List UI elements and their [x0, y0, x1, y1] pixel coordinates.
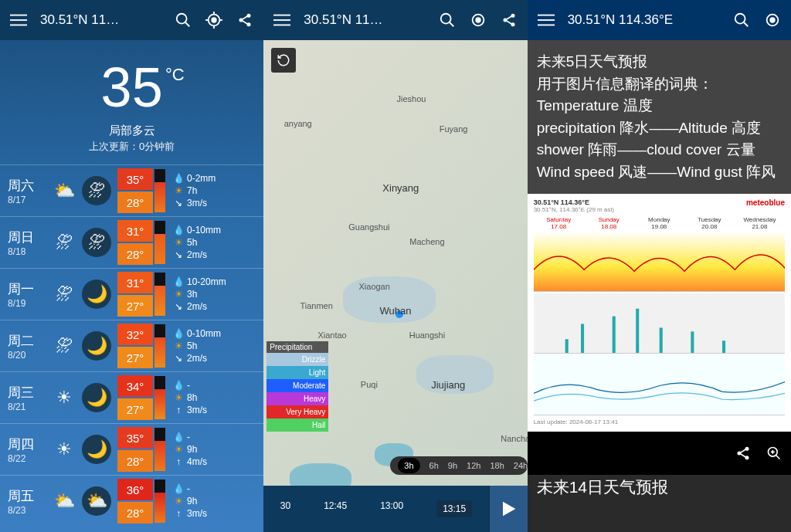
location-title[interactable]: 30.51°N 11…	[304, 12, 425, 28]
refresh-button[interactable]	[271, 48, 296, 73]
svg-point-19	[440, 14, 450, 24]
share-icon[interactable]	[735, 446, 751, 461]
city-label: Wuhan	[380, 305, 412, 317]
time-tick[interactable]: 13:00	[380, 500, 403, 517]
city-label: Macheng	[409, 237, 444, 246]
share-icon[interactable]	[236, 11, 254, 29]
range-option[interactable]: 12h	[467, 461, 480, 470]
legend-item: Light	[266, 366, 328, 379]
search-icon[interactable]	[732, 11, 751, 29]
forecast-row[interactable]: 周日 8/18 ⛈ ⛈ 31° 28° 💧0-10mm ☀5h ↘2m/s	[0, 216, 263, 268]
time-tick[interactable]: 12:45	[324, 500, 347, 517]
menu-icon[interactable]	[273, 11, 291, 29]
svg-point-5	[212, 18, 217, 22]
forecast-row[interactable]: 周五 8/23 ⛅ ⛅ 36° 28° 💧- ☀9h ↑3m/s	[0, 475, 263, 527]
radar-map-screen: 30.51°N 11… JieshouFuyanganyangXinyangGu…	[263, 0, 527, 532]
precip-stat: 💧0-10mm	[173, 328, 262, 339]
wind-stat: ↑3m/s	[173, 508, 262, 519]
temp-col: 36° 28°	[117, 479, 153, 524]
range-selector[interactable]: 3h6h9h12h18h24h	[390, 456, 527, 475]
forecast-row[interactable]: 周四 8/22 ☀ 🌙 35° 28° 💧- ☀9h ↑4m/s	[0, 423, 263, 475]
precip-stat: 💧10-20mm	[173, 276, 262, 287]
sun-stat: ☀3h	[173, 289, 262, 300]
map-canvas[interactable]: JieshouFuyanganyangXinyangGuangshuiMache…	[263, 40, 527, 532]
city-label: Xiaogan	[358, 282, 389, 291]
svg-line-14	[243, 16, 248, 19]
city-label: Xinyang	[382, 182, 419, 194]
range-option[interactable]: 24h	[514, 461, 528, 470]
forecast-row[interactable]: 周一 8/19 ⛈ 🌙 31° 27° 💧10-20mm ☀3h ↘2m/s	[0, 268, 263, 320]
temp-scale	[154, 324, 165, 368]
location-title[interactable]: 30.51°N 114.36°E	[568, 12, 720, 28]
location-title[interactable]: 30.51°N 11…	[40, 12, 161, 28]
svg-rect-38	[581, 324, 584, 353]
svg-rect-39	[612, 317, 615, 353]
city-label: Guangshui	[348, 222, 389, 232]
day-weather-icon: ⛅	[49, 486, 79, 516]
day-weather-icon: ⛅	[49, 176, 79, 205]
temp-high: 31°	[117, 272, 153, 293]
city-label: Xiantao	[317, 330, 346, 340]
temp-col: 32° 27°	[117, 324, 153, 368]
night-weather-icon: ⛅	[82, 486, 111, 516]
sun-stat: ☀5h	[173, 341, 262, 351]
precip-chart	[534, 293, 785, 354]
city-label: Puqi	[361, 380, 378, 389]
time-tick[interactable]: 30	[280, 500, 290, 517]
day-weather-icon: ⛈	[49, 228, 79, 257]
day-weather-icon: ☀	[49, 383, 79, 412]
day-col: 周四 8/22	[8, 435, 45, 464]
menu-icon[interactable]	[537, 11, 555, 29]
daily-forecast-list[interactable]: 周六 8/17 ⛅ ⛈ 35° 28° 💧0-2mm ☀7h ↘3m/s 周日 …	[0, 164, 263, 532]
share-icon[interactable]	[500, 11, 518, 29]
day-date: 8/17	[8, 195, 45, 205]
svg-rect-42	[691, 331, 694, 353]
raindrop-icon: 💧	[173, 173, 184, 184]
day-col: 周六 8/17	[8, 177, 45, 205]
time-tick[interactable]: 13:15	[436, 500, 472, 517]
search-icon[interactable]	[174, 11, 192, 29]
locate-icon[interactable]	[763, 11, 782, 29]
day-col: 周三 8/21	[8, 384, 45, 412]
menu-icon[interactable]	[9, 11, 28, 29]
locate-icon[interactable]	[469, 11, 487, 29]
meteogram-screen: 30.51°N 114.36°E 未来5日天气预报 用于图片信息翻译的词典： T…	[528, 0, 791, 532]
range-option[interactable]: 6h	[429, 461, 439, 470]
range-option[interactable]: 18h	[490, 461, 504, 470]
time-ticks[interactable]: 3012:4513:0013:15	[263, 500, 488, 517]
temp-low: 27°	[117, 347, 153, 368]
range-option[interactable]: 9h	[448, 461, 457, 470]
temp-high: 31°	[117, 220, 153, 242]
temp-unit: °C	[165, 65, 185, 85]
forecast-row[interactable]: 周三 8/21 ☀ 🌙 34° 27° 💧- ☀8h ↑3m/s	[0, 371, 263, 423]
svg-rect-31	[538, 25, 555, 26]
wind-dir-icon: ↘	[173, 353, 184, 364]
header: 30.51°N 11…	[0, 0, 263, 40]
zoom-icon[interactable]	[766, 446, 782, 461]
sun-icon: ☀	[173, 341, 184, 351]
wind-dir-icon: ↘	[173, 198, 184, 208]
temp-chart	[534, 232, 785, 292]
scroll-body[interactable]: 未来5日天气预报 用于图片信息翻译的词典： Temperature 温度prec…	[528, 40, 791, 532]
range-option[interactable]: 3h	[398, 458, 419, 473]
wind-stat: ↑3m/s	[173, 405, 262, 415]
play-button[interactable]	[489, 486, 528, 532]
search-icon[interactable]	[438, 11, 457, 29]
city-label: Huangshi	[409, 330, 445, 340]
forecast-row[interactable]: 周二 8/20 ⛈ 🌙 32° 27° 💧0-10mm ☀5h ↘2m/s	[0, 320, 263, 371]
city-label: Tianmen	[300, 301, 332, 310]
temp-scale	[154, 479, 165, 523]
sun-stat: ☀7h	[173, 185, 262, 196]
forecast-row[interactable]: 周六 8/17 ⛅ ⛈ 35° 28° 💧0-2mm ☀7h ↘3m/s	[0, 164, 263, 216]
raindrop-icon: 💧	[173, 483, 184, 494]
day-col: 周一 8/19	[8, 280, 45, 309]
dict-line: Wind speed 风速——Wind gust 阵风	[537, 161, 782, 184]
icon-col: ☀ 🌙	[49, 383, 111, 412]
stats-col: 💧0-10mm ☀5h ↘2m/s	[165, 225, 262, 260]
forecast-14day-header	[528, 432, 791, 475]
svg-line-26	[506, 16, 511, 19]
locate-icon[interactable]	[205, 11, 223, 29]
title-5day: 未来5日天气预报	[537, 51, 782, 73]
meteogram[interactable]: 30.51°N 114.36°E 30.51°N, 114.36°E (29 m…	[528, 194, 791, 432]
svg-rect-41	[659, 327, 662, 353]
